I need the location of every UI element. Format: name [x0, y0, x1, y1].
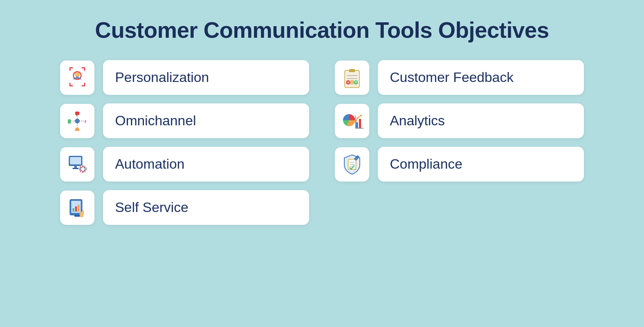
svg-rect-35 — [349, 69, 355, 72]
automation-icon — [60, 147, 94, 182]
svg-rect-14 — [70, 157, 81, 164]
svg-point-46 — [355, 81, 356, 82]
svg-point-18 — [81, 167, 85, 171]
list-item: Customer Feedback — [335, 60, 584, 95]
self-service-label-box: Self Service — [103, 190, 309, 225]
page-title: Customer Communication Tools Objectives — [95, 17, 549, 43]
svg-point-43 — [351, 81, 352, 82]
svg-point-52 — [357, 117, 358, 119]
svg-rect-7 — [68, 119, 71, 124]
svg-point-40 — [349, 81, 349, 82]
svg-rect-30 — [73, 208, 74, 212]
svg-point-41 — [350, 80, 354, 85]
personalization-label: Personalization — [115, 70, 209, 85]
svg-point-44 — [352, 81, 353, 82]
svg-point-4 — [75, 119, 79, 123]
customer-feedback-icon — [335, 61, 369, 95]
svg-point-47 — [356, 81, 357, 82]
svg-rect-15 — [74, 166, 77, 168]
compliance-label: Compliance — [390, 156, 462, 172]
compliance-label-box: Compliance — [378, 147, 584, 182]
svg-rect-29 — [74, 215, 80, 217]
svg-rect-16 — [73, 168, 79, 169]
automation-label: Automation — [115, 156, 185, 172]
analytics-icon — [335, 104, 369, 138]
compliance-icon — [335, 147, 369, 182]
main-content: Personalization — [34, 60, 610, 225]
list-item: Analytics — [335, 103, 584, 138]
list-item: Self Service — [60, 190, 309, 225]
svg-point-39 — [347, 81, 348, 82]
list-item: Personalization — [60, 60, 309, 95]
svg-rect-21 — [79, 169, 81, 170]
self-service-label: Self Service — [115, 200, 188, 215]
svg-rect-32 — [78, 205, 79, 212]
right-column: Customer Feedback — [335, 60, 584, 225]
svg-rect-34 — [345, 70, 359, 88]
svg-point-3 — [75, 72, 79, 76]
svg-rect-20 — [82, 171, 83, 173]
customer-feedback-label-box: Customer Feedback — [378, 60, 584, 95]
svg-rect-22 — [85, 169, 87, 170]
omnichannel-icon — [60, 104, 94, 138]
left-column: Personalization — [60, 60, 309, 225]
customer-feedback-label: Customer Feedback — [390, 70, 513, 85]
automation-label-box: Automation — [103, 147, 309, 182]
svg-marker-8 — [84, 120, 86, 123]
list-item: Compliance — [335, 147, 584, 182]
self-service-icon — [60, 191, 94, 225]
personalization-label-box: Personalization — [103, 60, 309, 95]
analytics-label: Analytics — [390, 113, 445, 128]
svg-rect-50 — [359, 119, 361, 128]
svg-rect-5 — [75, 112, 79, 115]
svg-rect-19 — [82, 165, 83, 167]
omnichannel-label: Omnichannel — [115, 113, 196, 128]
analytics-label-box: Analytics — [378, 103, 584, 138]
svg-rect-49 — [356, 122, 358, 128]
omnichannel-label-box: Omnichannel — [103, 103, 309, 138]
personalization-icon — [60, 61, 94, 95]
svg-rect-31 — [75, 206, 77, 212]
svg-point-45 — [354, 80, 358, 85]
list-item: Automation — [60, 147, 309, 182]
svg-point-53 — [360, 115, 362, 116]
list-item: Omnichannel — [60, 103, 309, 138]
